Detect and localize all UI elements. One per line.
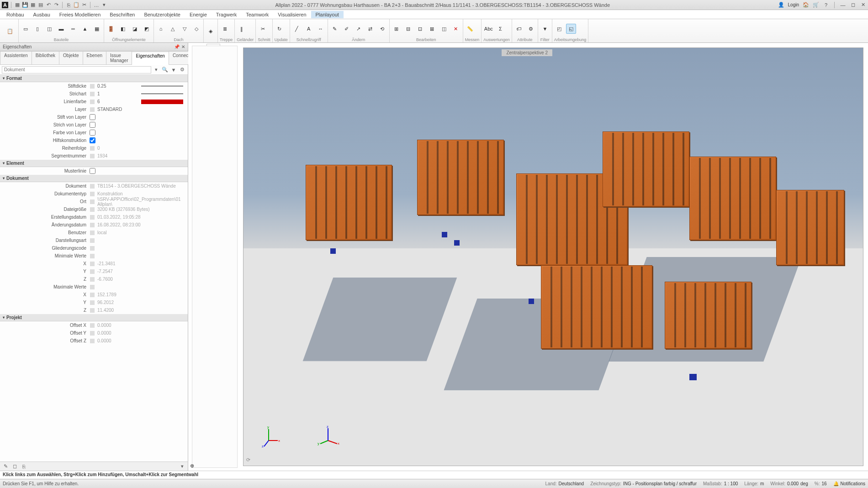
tool-copy-icon[interactable]: ⎘: [20, 463, 27, 470]
ribbon-niche-button[interactable]: ◪: [130, 24, 140, 34]
panel-tab-ebenen[interactable]: Ebenen: [83, 51, 106, 64]
ribbon-section-button[interactable]: ✂: [258, 24, 268, 34]
prop-value[interactable]: 6: [95, 99, 139, 104]
ribbon-mod1-button[interactable]: ↗: [354, 24, 364, 34]
prop-value[interactable]: 1: [95, 91, 139, 96]
menu-freies[interactable]: Freies Modellieren: [55, 11, 105, 18]
ribbon-meas-button[interactable]: 📏: [465, 24, 475, 34]
ribbon-dach1-button[interactable]: ⌂: [156, 24, 166, 34]
redo-icon[interactable]: ↷: [53, 2, 59, 8]
ribbon-surf-button[interactable]: ◈: [206, 26, 216, 36]
viewport-sidebar[interactable]: [192, 46, 238, 468]
ribbon-b5-button[interactable]: ◫: [439, 24, 449, 34]
status-zeichnungstyp[interactable]: ING - Positionsplan farbig / schraffur: [623, 481, 697, 486]
prop-checkbox[interactable]: [90, 114, 95, 120]
section-projekt[interactable]: Projekt: [0, 314, 188, 321]
ribbon-dach4-button[interactable]: ◇: [191, 24, 201, 34]
ribbon-smart-button[interactable]: ◩: [142, 24, 152, 34]
status-massstab[interactable]: 1 : 100: [724, 481, 738, 486]
filter-input[interactable]: [2, 66, 151, 73]
panel-tab-objekte[interactable]: Objekte: [59, 51, 83, 64]
ribbon-col-button[interactable]: ▯: [32, 24, 42, 34]
ribbon-text-button[interactable]: A: [304, 24, 314, 34]
menu-teamwork[interactable]: Teamwork: [241, 11, 273, 18]
panel-tab-eigenschaften[interactable]: Eigenschaften: [132, 52, 169, 65]
ribbon-opening-button[interactable]: ◫: [44, 24, 54, 34]
status-laenge[interactable]: m: [760, 481, 764, 486]
ribbon-abc-button[interactable]: Abc: [483, 24, 493, 34]
prop-checkbox[interactable]: [90, 130, 95, 136]
undo-icon[interactable]: ↶: [45, 2, 52, 8]
new-icon[interactable]: ▦: [14, 2, 21, 8]
ribbon-window-button[interactable]: ◧: [118, 24, 128, 34]
misc-icon[interactable]: …: [93, 2, 100, 8]
ribbon-env1-button[interactable]: ◰: [554, 24, 564, 34]
ribbon-dach3-button[interactable]: ▽: [180, 24, 190, 34]
ribbon-door-button[interactable]: 🚪: [106, 24, 116, 34]
ribbon-flt-button[interactable]: ▼: [540, 24, 550, 34]
home-icon[interactable]: 🏠: [803, 2, 809, 8]
ribbon-aus-button[interactable]: Σ: [495, 24, 505, 34]
prop-checkbox[interactable]: [90, 122, 95, 128]
tool-shape-icon[interactable]: ◻: [11, 463, 18, 470]
cart-icon[interactable]: 🛒: [813, 2, 819, 8]
section-dokument[interactable]: Dokument: [0, 175, 188, 182]
cut-icon[interactable]: ✂: [81, 2, 87, 8]
minimize-icon[interactable]: —: [840, 2, 846, 8]
3d-view[interactable]: Zentralperspektive 2 x: [243, 47, 863, 466]
status-pct[interactable]: 16: [821, 481, 826, 486]
ribbon-grid-button[interactable]: ▦: [92, 24, 102, 34]
ribbon-wall-button[interactable]: ▭: [21, 24, 31, 34]
ribbon-dach2-button[interactable]: △: [168, 24, 178, 34]
ribbon-line-button[interactable]: ╱: [292, 24, 302, 34]
prop-value[interactable]: STANDARD: [95, 107, 188, 112]
ribbon-del-button[interactable]: ✕: [451, 24, 461, 34]
panel-tab-bibliothek[interactable]: Bibliothek: [32, 51, 59, 64]
ribbon-stair-button[interactable]: ≣: [220, 24, 230, 34]
maximize-icon[interactable]: ◻: [850, 2, 856, 8]
ribbon-er2-button[interactable]: ✐: [342, 24, 352, 34]
prop-checkbox[interactable]: [90, 137, 95, 143]
ribbon-env2-button[interactable]: ◱: [566, 24, 576, 34]
print-icon[interactable]: ▤: [37, 2, 44, 8]
compass-icon[interactable]: ⊕: [190, 463, 194, 469]
ribbon-slab-button[interactable]: ▬: [56, 24, 66, 34]
help-icon[interactable]: ?: [823, 2, 829, 8]
user-icon[interactable]: 👤: [778, 2, 784, 8]
ribbon-rail-button[interactable]: ‖: [237, 24, 247, 34]
menu-planlayout[interactable]: Planlayout: [311, 11, 344, 18]
ribbon-mod2-button[interactable]: ⇄: [365, 24, 376, 34]
prop-value[interactable]: 0.25: [95, 84, 139, 89]
menu-energie[interactable]: Energie: [185, 11, 212, 18]
status-notifications[interactable]: Notifications: [841, 481, 865, 486]
status-land[interactable]: Deutschland: [559, 481, 584, 486]
ribbon-doc-big-button[interactable]: 📋: [4, 25, 16, 37]
pin-icon[interactable]: 📌: [174, 44, 180, 49]
ribbon-roof-button[interactable]: ▲: [80, 24, 90, 34]
panel-tab-issue manager[interactable]: Issue Manager: [106, 51, 132, 64]
ribbon-b4-button[interactable]: ⊠: [427, 24, 437, 34]
paste-icon[interactable]: 📋: [73, 2, 79, 8]
menu-beschriften[interactable]: Beschriften: [105, 11, 139, 18]
login-label[interactable]: Login: [788, 2, 799, 7]
ribbon-at2-button[interactable]: ⚙: [526, 24, 536, 34]
ribbon-at1-button[interactable]: 🏷: [514, 24, 524, 34]
copy-icon[interactable]: ⎘: [65, 2, 72, 8]
save-icon-2[interactable]: ▦: [30, 2, 36, 8]
section-element[interactable]: Element: [0, 160, 188, 167]
dropdown-icon[interactable]: ▾: [153, 66, 160, 73]
menu-tragwerk[interactable]: Tragwerk: [212, 11, 241, 18]
close-icon[interactable]: ✕: [860, 2, 866, 8]
ribbon-b2-button[interactable]: ⊟: [403, 24, 413, 34]
funnel-icon[interactable]: ▼: [170, 66, 177, 73]
panel-close-icon[interactable]: ✕: [181, 44, 185, 49]
ribbon-dim-button[interactable]: ↔: [316, 24, 326, 34]
chevron-down-icon[interactable]: ▾: [101, 2, 107, 8]
save-icon[interactable]: 💾: [22, 2, 28, 8]
menu-rohbau[interactable]: Rohbau: [2, 11, 29, 18]
menu-visualisieren[interactable]: Visualisieren: [273, 11, 311, 18]
favorite-icon[interactable]: ⚙: [179, 66, 186, 73]
ribbon-b3-button[interactable]: ⊡: [415, 24, 425, 34]
search-icon[interactable]: 🔍: [161, 66, 169, 73]
panel-tab-assistenten[interactable]: Assistenten: [0, 51, 32, 64]
